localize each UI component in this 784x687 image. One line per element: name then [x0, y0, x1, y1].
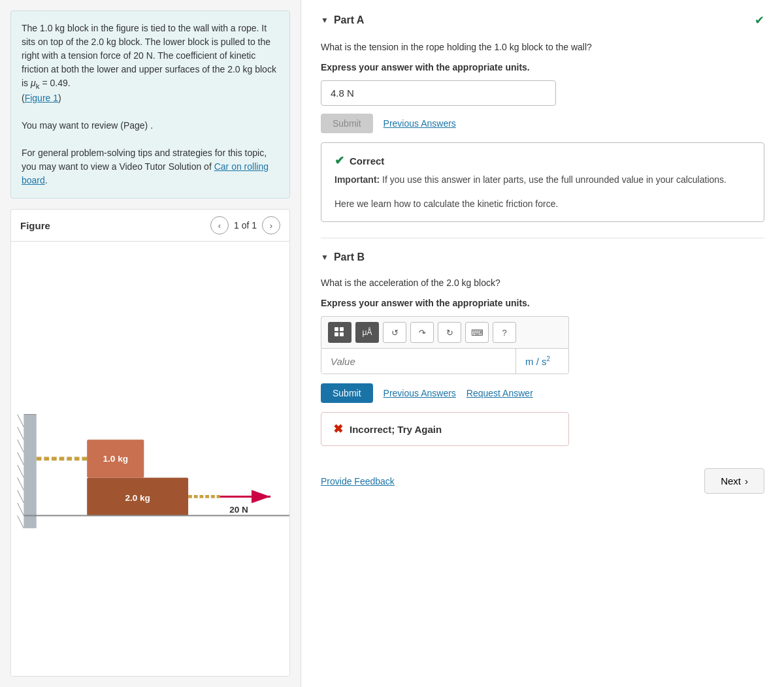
svg-line-6: [18, 465, 24, 477]
figure-title: Figure: [20, 220, 50, 231]
part-a-submit-btn[interactable]: Submit: [321, 114, 373, 133]
part-a-correct-important-text: If you use this answer in later parts, u…: [382, 174, 727, 185]
part-b-incorrect-box: ✖ Incorrect; Try Again: [321, 412, 569, 446]
part-b-incorrect-label: Incorrect; Try Again: [350, 424, 442, 435]
figure-header: Figure ‹ 1 of 1 ›: [11, 210, 289, 242]
provide-feedback-btn[interactable]: Provide Feedback: [321, 476, 395, 487]
part-b-red-x-icon: ✖: [333, 422, 343, 436]
part-b-header: ▼ Part B: [321, 251, 764, 263]
svg-rect-21: [335, 327, 338, 331]
mu-btn[interactable]: μÅ: [355, 322, 379, 343]
svg-line-3: [18, 427, 24, 439]
figure-next-btn[interactable]: ›: [262, 216, 280, 234]
part-a-express: Express your answer with the appropriate…: [321, 62, 764, 72]
math-toolbar: μÅ ↺ ↷ ↻ ⌨ ?: [321, 316, 569, 348]
figure-page-count: 1 of 1: [234, 220, 257, 231]
part-b-request-answer-btn[interactable]: Request Answer: [466, 388, 533, 398]
part-a-question: What is the tension in the rope holding …: [321, 40, 764, 54]
part-b-question: What is the acceleration of the 2.0 kg b…: [321, 276, 764, 290]
video-text: For general problem-solving tips and str…: [22, 146, 279, 187]
part-a-green-check-icon: ✔: [335, 153, 344, 168]
part-divider: [321, 238, 764, 238]
part-b-submit-row: Submit Previous Answers Request Answer: [321, 383, 764, 403]
part-b-units-text: m / s2: [525, 355, 550, 367]
next-btn-label: Next: [721, 475, 741, 487]
svg-text:2.0 kg: 2.0 kg: [125, 494, 150, 503]
units-sup: 2: [547, 355, 551, 362]
part-a-correct-check: ✔: [755, 13, 764, 27]
next-btn[interactable]: Next ›: [704, 468, 764, 494]
part-a-answer-input[interactable]: [321, 80, 556, 106]
keyboard-btn[interactable]: ⌨: [465, 322, 489, 343]
figure-content: 1.0 kg 2.0 kg 20 N: [11, 242, 289, 676]
svg-line-8: [18, 490, 24, 503]
part-b-collapse-icon[interactable]: ▼: [321, 253, 329, 262]
part-b-title: Part B: [334, 251, 365, 263]
math-input-row: m / s2: [321, 348, 569, 374]
svg-line-10: [18, 516, 24, 528]
figure-link[interactable]: Figure 1: [25, 93, 58, 103]
part-a-correct-important: Important: If you use this answer in lat…: [335, 173, 751, 187]
part-a-header: ▼ Part A ✔: [321, 13, 764, 27]
bottom-bar: Provide Feedback Next ›: [321, 462, 764, 494]
part-a-correct-title: ✔ Correct: [335, 153, 751, 168]
figure-nav: ‹ 1 of 1 ›: [210, 216, 280, 234]
part-a-collapse-icon[interactable]: ▼: [321, 16, 329, 25]
figure-section: Figure ‹ 1 of 1 ›: [10, 209, 290, 677]
part-a-correct-note: Here we learn how to calculate the kinet…: [335, 197, 751, 211]
part-a-important-label: Important:: [335, 174, 380, 185]
redo-btn[interactable]: ↷: [410, 322, 434, 343]
figure-prev-btn[interactable]: ‹: [210, 216, 229, 234]
part-a-prev-answers-btn[interactable]: Previous Answers: [384, 118, 456, 129]
part-b-express: Express your answer with the appropriate…: [321, 298, 764, 308]
part-b-prev-answers-btn[interactable]: Previous Answers: [384, 388, 456, 398]
problem-text: The 1.0 kg block in the figure is tied t…: [22, 22, 279, 105]
svg-rect-23: [335, 332, 338, 336]
grid-btn[interactable]: [328, 322, 351, 343]
video-link[interactable]: Car on rolling board: [22, 161, 269, 185]
svg-rect-24: [340, 332, 344, 336]
part-b-units-display: m / s2: [516, 349, 568, 374]
svg-line-9: [18, 503, 24, 515]
svg-text:1.0 kg: 1.0 kg: [103, 454, 128, 464]
review-text: You may want to review (Page) .: [22, 119, 279, 133]
part-a-title: Part A: [334, 14, 365, 26]
svg-line-7: [18, 478, 24, 490]
part-b-value-input[interactable]: [321, 349, 516, 374]
problem-description: The 1.0 kg block in the figure is tied t…: [10, 10, 290, 199]
svg-rect-22: [340, 327, 344, 331]
svg-line-2: [18, 415, 24, 427]
svg-line-4: [18, 440, 24, 453]
part-a-correct-label: Correct: [350, 155, 384, 167]
svg-line-5: [18, 453, 24, 465]
part-a-submit-row: Submit Previous Answers: [321, 114, 764, 133]
next-arrow-icon: ›: [745, 475, 748, 487]
svg-rect-0: [24, 415, 36, 528]
refresh-btn[interactable]: ↻: [438, 322, 461, 343]
help-btn[interactable]: ?: [493, 322, 516, 343]
physics-diagram: 1.0 kg 2.0 kg 20 N: [11, 242, 289, 676]
right-panel: ▼ Part A ✔ What is the tension in the ro…: [301, 0, 784, 687]
undo-btn[interactable]: ↺: [383, 322, 406, 343]
left-panel: The 1.0 kg block in the figure is tied t…: [0, 0, 301, 687]
part-b-submit-btn[interactable]: Submit: [321, 383, 373, 403]
part-a-correct-box: ✔ Correct Important: If you use this ans…: [321, 142, 764, 222]
svg-text:20 N: 20 N: [229, 505, 248, 515]
